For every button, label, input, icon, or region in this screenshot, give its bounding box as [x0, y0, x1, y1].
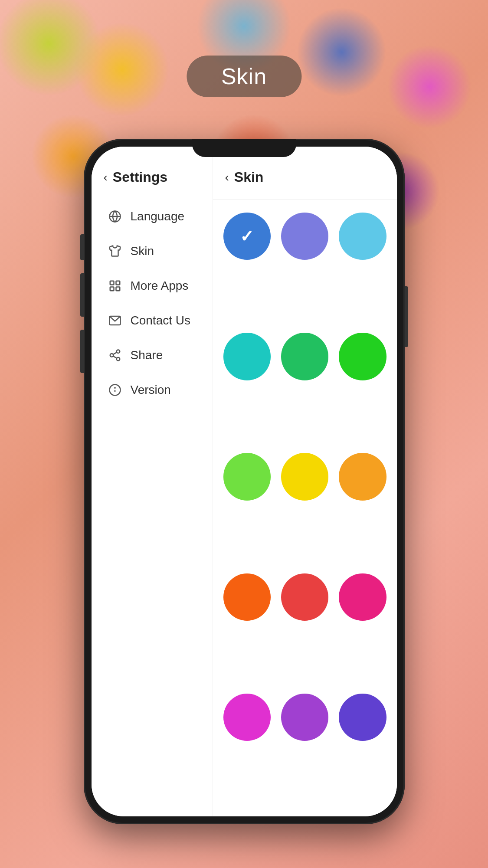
sidebar-title: Settings: [113, 169, 167, 185]
contact-us-label: Contact Us: [131, 314, 191, 328]
language-label: Language: [131, 210, 185, 223]
color-swatch-10[interactable]: [223, 573, 271, 621]
color-swatch-2[interactable]: [281, 213, 328, 260]
panel-title: Skin: [234, 169, 264, 185]
sidebar-item-language[interactable]: Language: [99, 199, 213, 234]
sidebar-header: ‹ Settings: [92, 147, 213, 199]
svg-line-10: [113, 356, 117, 358]
title-pill-text: Skin: [221, 64, 267, 89]
more-apps-label: More Apps: [131, 279, 189, 293]
color-swatch-3[interactable]: [339, 213, 386, 260]
skin-panel: ‹ Skin: [213, 147, 397, 816]
sidebar-item-more-apps[interactable]: More Apps: [99, 269, 213, 303]
color-swatch-9[interactable]: [339, 453, 386, 500]
info-icon: [107, 382, 123, 398]
color-swatch-1[interactable]: [223, 213, 271, 260]
sidebar-item-contact-us[interactable]: Contact Us: [99, 303, 213, 338]
color-grid: [213, 200, 397, 816]
sidebar-item-share[interactable]: Share: [99, 338, 213, 373]
shirt-icon: [107, 243, 123, 259]
color-swatch-13[interactable]: [223, 694, 271, 741]
sidebar-menu: Language Skin More Apps: [92, 199, 213, 407]
sidebar-item-skin[interactable]: Skin: [99, 234, 213, 269]
version-label: Version: [131, 383, 171, 397]
sidebar-back-arrow[interactable]: ‹: [104, 170, 108, 184]
phone-screen: ‹ Settings Language Skin: [92, 147, 397, 816]
svg-rect-3: [116, 281, 120, 285]
color-swatch-15[interactable]: [339, 694, 386, 741]
envelope-icon: [107, 313, 123, 328]
color-swatch-6[interactable]: [339, 333, 386, 380]
phone-notch: [192, 139, 296, 157]
share-icon: [107, 347, 123, 363]
color-swatch-7[interactable]: [223, 453, 271, 500]
svg-rect-5: [116, 287, 120, 291]
color-swatch-8[interactable]: [281, 453, 328, 500]
svg-rect-2: [110, 281, 114, 285]
volume-down-button: [80, 330, 84, 373]
sidebar-item-version[interactable]: Version: [99, 373, 213, 407]
color-swatch-12[interactable]: [339, 573, 386, 621]
color-swatch-11[interactable]: [281, 573, 328, 621]
svg-rect-4: [110, 287, 114, 291]
volume-silent-button: [80, 234, 84, 260]
globe-icon: [107, 209, 123, 224]
volume-up-button: [80, 273, 84, 317]
share-label: Share: [131, 348, 163, 362]
title-pill: Skin: [187, 56, 301, 97]
settings-sidebar: ‹ Settings Language Skin: [92, 147, 213, 816]
color-swatch-4[interactable]: [223, 333, 271, 380]
panel-back-arrow[interactable]: ‹: [225, 170, 229, 184]
color-swatch-14[interactable]: [281, 694, 328, 741]
svg-line-11: [113, 352, 117, 354]
power-button: [405, 286, 408, 347]
color-swatch-5[interactable]: [281, 333, 328, 380]
svg-point-7: [116, 350, 120, 354]
svg-point-8: [110, 354, 113, 357]
skin-label: Skin: [131, 244, 154, 258]
svg-point-9: [116, 357, 120, 361]
grid-icon: [107, 278, 123, 294]
phone-shell: ‹ Settings Language Skin: [84, 139, 405, 824]
